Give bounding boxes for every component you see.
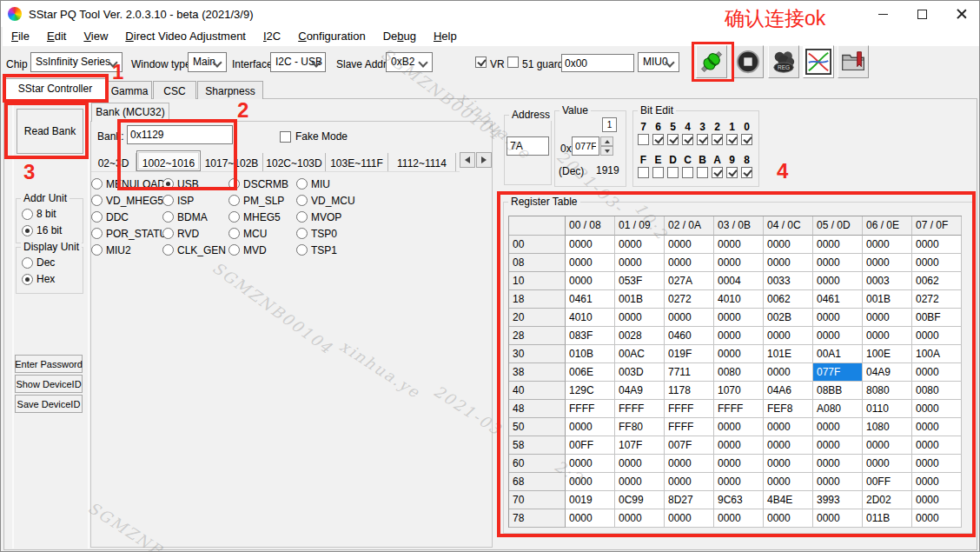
register-cell-60-6[interactable]: 0000 bbox=[863, 455, 912, 473]
register-cell-68-7[interactable]: 0000 bbox=[912, 473, 962, 491]
register-cell-60-4[interactable]: 0000 bbox=[764, 455, 813, 473]
register-cell-68-1[interactable]: 0000 bbox=[615, 473, 665, 491]
register-cell-18-0[interactable]: 0461 bbox=[566, 290, 615, 309]
register-cell-48-4[interactable]: FEF8 bbox=[764, 400, 813, 418]
value-count-box[interactable]: 1 bbox=[602, 117, 617, 132]
spin-up-button[interactable] bbox=[600, 136, 613, 146]
register-cell-48-6[interactable]: 0110 bbox=[863, 400, 912, 418]
register-cell-78-1[interactable]: 0000 bbox=[615, 509, 665, 528]
range-scroll-left-button[interactable] bbox=[460, 152, 475, 168]
register-cell-38-3[interactable]: 0080 bbox=[714, 363, 764, 382]
register-cell-08-0[interactable]: 0000 bbox=[566, 254, 615, 272]
row-header-30[interactable]: 30 bbox=[509, 345, 566, 363]
register-cell-48-7[interactable]: 0000 bbox=[912, 400, 962, 418]
bit-checkbox-1[interactable] bbox=[726, 134, 738, 145]
register-cell-50-5[interactable]: 0000 bbox=[813, 418, 863, 436]
range-scroll-right-button[interactable] bbox=[476, 152, 492, 168]
column-header-04-0c[interactable]: 04 / 0C bbox=[764, 216, 813, 236]
row-header-40[interactable]: 40 bbox=[509, 382, 566, 400]
column-header-05-0d[interactable]: 05 / 0D bbox=[813, 216, 863, 236]
register-cell-18-7[interactable]: 0272 bbox=[912, 290, 962, 309]
register-cell-20-6[interactable]: 0000 bbox=[863, 309, 912, 327]
register-cell-28-4[interactable]: 0000 bbox=[764, 327, 813, 345]
register-cell-70-7[interactable]: 0000 bbox=[912, 491, 962, 509]
minimize-button[interactable] bbox=[864, 1, 903, 27]
interface-combobox[interactable]: I2C - USB bbox=[270, 52, 326, 72]
register-cell-10-7[interactable]: 0062 bbox=[912, 272, 962, 290]
stop-button[interactable] bbox=[732, 45, 764, 78]
register-cell-68-6[interactable]: 00FF bbox=[863, 473, 912, 491]
register-cell-40-7[interactable]: 0080 bbox=[912, 382, 962, 400]
register-cell-10-4[interactable]: 0033 bbox=[764, 272, 813, 290]
row-header-08[interactable]: 08 bbox=[509, 254, 566, 272]
row-header-48[interactable]: 48 bbox=[509, 400, 566, 418]
register-cell-48-0[interactable]: FFFF bbox=[566, 400, 615, 418]
tab-csc[interactable]: CSC bbox=[153, 81, 196, 99]
row-header-18[interactable]: 18 bbox=[509, 290, 566, 309]
range-tab-102c-103d[interactable]: 102C~103D bbox=[263, 153, 326, 171]
column-header-02-0a[interactable]: 02 / 0A bbox=[665, 216, 714, 236]
register-cell-70-6[interactable]: 2D02 bbox=[863, 491, 912, 509]
register-cell-78-7[interactable]: 0000 bbox=[912, 509, 962, 528]
bit-checkbox-2[interactable] bbox=[712, 134, 723, 145]
register-cell-78-3[interactable]: 0000 bbox=[714, 509, 764, 528]
register-cell-38-4[interactable]: 0000 bbox=[764, 363, 813, 382]
save-deviceid-button[interactable]: Save DeviceID bbox=[15, 395, 83, 413]
register-cell-00-3[interactable]: 0000 bbox=[714, 236, 764, 254]
row-header-00[interactable]: 00 bbox=[509, 236, 566, 254]
menu-item-file[interactable]: File bbox=[3, 27, 38, 46]
register-cell-68-2[interactable]: 0000 bbox=[665, 473, 714, 491]
register-cell-68-4[interactable]: 0000 bbox=[764, 473, 813, 491]
register-cell-28-0[interactable]: 083F bbox=[566, 327, 615, 345]
value-hex-input[interactable] bbox=[572, 136, 599, 156]
register-cell-30-4[interactable]: 101E bbox=[764, 345, 813, 363]
address-input[interactable] bbox=[507, 136, 549, 156]
menu-item-configuration[interactable]: Configuration bbox=[289, 27, 374, 46]
register-list-button[interactable]: REG bbox=[768, 45, 799, 78]
vr-checkbox[interactable] bbox=[475, 57, 487, 68]
chip-combobox[interactable]: SsInfinity Series bbox=[30, 52, 122, 72]
register-cell-78-0[interactable]: 0000 bbox=[566, 509, 615, 528]
spin-down-button[interactable] bbox=[600, 146, 613, 156]
register-cell-18-6[interactable]: 001B bbox=[863, 290, 912, 309]
register-cell-00-2[interactable]: 0000 bbox=[665, 236, 714, 254]
row-header-60[interactable]: 60 bbox=[509, 455, 566, 473]
menu-item-i2c[interactable]: I2C bbox=[255, 27, 289, 46]
register-cell-10-2[interactable]: 027A bbox=[665, 272, 714, 290]
register-cell-48-2[interactable]: FFFF bbox=[665, 400, 714, 418]
register-cell-20-3[interactable]: 0000 bbox=[714, 309, 764, 327]
register-cell-08-2[interactable]: 0000 bbox=[665, 254, 714, 272]
register-cell-60-7[interactable]: 0000 bbox=[912, 455, 962, 473]
register-cell-20-1[interactable]: 0000 bbox=[615, 309, 665, 327]
column-header-03-0b[interactable]: 03 / 0B bbox=[714, 216, 764, 236]
range-tab-1002-1016[interactable]: 1002~1016 bbox=[136, 150, 201, 171]
register-cell-78-4[interactable]: 0000 bbox=[764, 509, 813, 528]
register-cell-28-1[interactable]: 0028 bbox=[615, 327, 665, 345]
open-folder-button[interactable] bbox=[838, 45, 869, 78]
register-cell-58-2[interactable]: 007F bbox=[665, 436, 714, 455]
guard-checkbox[interactable] bbox=[507, 57, 519, 68]
row-header-68[interactable]: 68 bbox=[509, 473, 566, 491]
register-cell-48-1[interactable]: FFFF bbox=[615, 400, 665, 418]
connect-button[interactable] bbox=[696, 45, 727, 78]
enter-password-button[interactable]: Enter Password bbox=[15, 355, 83, 373]
bit-checkbox-5[interactable] bbox=[667, 134, 679, 145]
range-tab-1017-102b[interactable]: 1017~102B bbox=[201, 153, 263, 171]
show-deviceid-button[interactable]: Show DeviceID bbox=[15, 375, 83, 393]
bit-checkbox-c[interactable] bbox=[682, 167, 693, 178]
register-cell-58-4[interactable]: 0000 bbox=[764, 436, 813, 455]
row-header-10[interactable]: 10 bbox=[509, 272, 566, 290]
register-cell-18-2[interactable]: 0272 bbox=[665, 290, 714, 309]
register-cell-50-1[interactable]: FF80 bbox=[615, 418, 665, 436]
register-cell-10-0[interactable]: 0000 bbox=[566, 272, 615, 290]
register-cell-18-3[interactable]: 4010 bbox=[714, 290, 764, 309]
register-cell-00-5[interactable]: 0000 bbox=[813, 236, 863, 254]
register-cell-18-5[interactable]: 0461 bbox=[813, 290, 863, 309]
register-cell-60-0[interactable]: 0000 bbox=[566, 455, 615, 473]
register-cell-68-5[interactable]: 0000 bbox=[813, 473, 863, 491]
register-cell-60-2[interactable]: 0000 bbox=[665, 455, 714, 473]
register-cell-70-4[interactable]: 4B4E bbox=[764, 491, 813, 509]
register-cell-40-3[interactable]: 1070 bbox=[714, 382, 764, 400]
column-header-01-09[interactable]: 01 / 09 bbox=[615, 216, 665, 236]
bit-checkbox-b[interactable] bbox=[697, 167, 708, 178]
